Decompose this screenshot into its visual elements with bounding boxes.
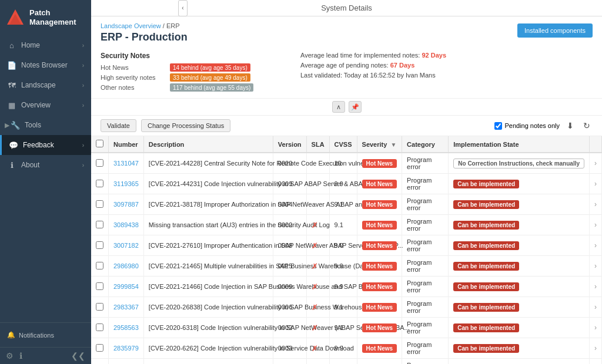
note-number[interactable]: 2999854 bbox=[109, 277, 144, 297]
impl-state-badge: No Correction Instructions, check manual… bbox=[453, 159, 584, 168]
controls-row: ∧ 📌 bbox=[91, 99, 602, 116]
severity-badge: Hot News bbox=[362, 323, 397, 332]
note-cvss: 9.8 bbox=[329, 359, 357, 365]
header-left: Landscape Overview / ERP ERP - Productio… bbox=[101, 22, 188, 43]
table-row: 3089438Missing transaction start (AU3) e… bbox=[91, 215, 602, 235]
col-cvss[interactable]: CVSS bbox=[329, 136, 357, 153]
sidebar-item-home[interactable]: ⌂ Home › bbox=[0, 35, 91, 55]
sidebar-item-notes-browser[interactable]: 📄 Notes Browser › bbox=[0, 55, 91, 75]
row-expand-arrow[interactable]: › bbox=[594, 200, 597, 208]
note-number[interactable]: 3119365 bbox=[109, 174, 144, 194]
row-expand-arrow[interactable]: › bbox=[594, 282, 597, 291]
pending-notes-only-checkbox-label[interactable]: Pending notes only bbox=[494, 122, 560, 130]
row-checkbox[interactable] bbox=[96, 262, 103, 269]
sidebar-item-feedback[interactable]: 💬 Feedback › bbox=[0, 135, 91, 155]
note-number[interactable]: 2983367 bbox=[109, 297, 144, 318]
table-row: 3119365[CVE-2021-44231] Code Injection v… bbox=[91, 174, 602, 194]
refresh-button[interactable]: ↻ bbox=[581, 120, 593, 132]
row-checkbox[interactable] bbox=[96, 282, 103, 290]
notes-icon: 📄 bbox=[7, 60, 16, 70]
pending-notes-only-checkbox[interactable] bbox=[494, 122, 502, 130]
info-icon[interactable]: ℹ bbox=[19, 351, 22, 360]
chevron-right-icon: › bbox=[82, 62, 84, 69]
row-checkbox[interactable] bbox=[96, 344, 103, 352]
row-expand-arrow[interactable]: › bbox=[594, 241, 597, 250]
note-description: Security updates for the browser control… bbox=[143, 359, 273, 365]
col-sla[interactable]: SLA bbox=[306, 136, 329, 153]
note-category: Program error bbox=[402, 174, 449, 194]
col-description[interactable]: Description bbox=[143, 136, 273, 153]
col-number[interactable]: Number bbox=[109, 136, 144, 153]
note-number[interactable]: 3089438 bbox=[109, 215, 144, 235]
installed-components-button[interactable]: Installed components bbox=[517, 23, 593, 38]
col-category[interactable]: Category bbox=[402, 136, 449, 153]
settings-icon[interactable]: ⚙ bbox=[6, 351, 14, 360]
row-checkbox[interactable] bbox=[96, 221, 103, 228]
table-body: 3131047[CVE-2021-44228] Central Security… bbox=[91, 153, 602, 364]
note-number[interactable]: 3097887 bbox=[109, 194, 144, 215]
col-check bbox=[91, 136, 109, 153]
impl-state-badge: Can be implemented bbox=[453, 200, 519, 209]
col-impl-state[interactable]: Implementation State bbox=[449, 136, 590, 153]
note-number[interactable]: 2622660 bbox=[109, 359, 144, 365]
breadcrumb: Landscape Overview / ERP bbox=[101, 22, 188, 29]
sidebar-collapse-button[interactable]: ‹ bbox=[178, 0, 188, 16]
x-mark: ✗ bbox=[312, 303, 318, 312]
sidebar-item-about[interactable]: ℹ About › bbox=[0, 155, 91, 175]
row-checkbox[interactable] bbox=[96, 241, 103, 249]
stat-avg-age: Average age of pending notes: 67 Days bbox=[300, 62, 593, 69]
severity-badge: Hot News bbox=[362, 241, 397, 250]
download-button[interactable]: ⬇ bbox=[564, 120, 576, 132]
pin-button[interactable]: 📌 bbox=[349, 101, 362, 113]
sidebar-item-label: Tools bbox=[25, 121, 84, 129]
row-checkbox[interactable] bbox=[96, 323, 103, 331]
note-description: [CVE-2021-21465] Multiple vulnerabilitie… bbox=[143, 256, 273, 277]
col-severity[interactable]: Severity ▼ bbox=[357, 136, 402, 153]
note-severity: Hot News bbox=[357, 277, 402, 297]
note-number[interactable]: 2835979 bbox=[109, 338, 144, 359]
top-bar: ‹ System Details bbox=[91, 0, 602, 16]
about-icon: ℹ bbox=[7, 160, 16, 170]
notifications-button[interactable]: 🔔 Notifications bbox=[7, 328, 84, 342]
note-description: Missing transaction start (AU3) entries … bbox=[143, 215, 273, 235]
note-number[interactable]: 3007182 bbox=[109, 235, 144, 256]
severity-badge: Hot News bbox=[362, 262, 397, 271]
row-checkbox[interactable] bbox=[96, 159, 103, 167]
breadcrumb-link[interactable]: Landscape Overview bbox=[101, 22, 161, 29]
note-description: [CVE-2020-6318] Code Injection vulnerabi… bbox=[143, 318, 273, 338]
hotnews-row: Hot News 14 behind (avg age 35 days) bbox=[101, 63, 277, 72]
erp-production-title: ERP - Production bbox=[101, 31, 188, 43]
row-expand-arrow[interactable]: › bbox=[594, 323, 597, 332]
collapse-icon[interactable]: ❮❮ bbox=[71, 351, 85, 360]
severity-badge: Hot News bbox=[362, 200, 397, 209]
col-version[interactable]: Version bbox=[273, 136, 306, 153]
x-mark: ✗ bbox=[312, 282, 318, 291]
row-expand-arrow[interactable]: › bbox=[594, 159, 597, 167]
change-processing-status-button[interactable]: Change Processing Status bbox=[141, 119, 230, 132]
row-expand-arrow[interactable]: › bbox=[594, 303, 597, 311]
note-description: [CVE-2021-21466] Code Injection in SAP B… bbox=[143, 277, 273, 297]
x-mark: ✗ bbox=[312, 344, 318, 353]
validate-button[interactable]: Validate bbox=[101, 119, 136, 132]
note-number[interactable]: 3131047 bbox=[109, 153, 144, 174]
sidebar-item-landscape[interactable]: 🗺 Landscape › bbox=[0, 75, 91, 95]
row-expand-arrow[interactable]: › bbox=[594, 344, 597, 352]
sidebar-item-tools[interactable]: ▶ 🔧 Tools bbox=[0, 115, 91, 135]
select-all-checkbox[interactable] bbox=[96, 140, 103, 147]
row-expand-arrow[interactable]: › bbox=[594, 180, 597, 188]
sidebar-item-label: Home bbox=[21, 41, 82, 49]
sidebar-item-overview[interactable]: ▦ Overview › bbox=[0, 95, 91, 115]
logo-icon bbox=[6, 8, 25, 27]
row-expand-arrow[interactable]: › bbox=[594, 221, 597, 229]
severity-filter-icon[interactable]: ▼ bbox=[390, 141, 396, 148]
row-checkbox[interactable] bbox=[96, 200, 103, 208]
note-number[interactable]: 2986980 bbox=[109, 256, 144, 277]
main-content: ‹ System Details Landscape Overview / ER… bbox=[91, 0, 602, 364]
note-number[interactable]: 2958563 bbox=[109, 318, 144, 338]
note-severity: Hot News bbox=[357, 235, 402, 256]
row-expand-arrow[interactable]: › bbox=[594, 262, 597, 270]
security-stats: Average lead time for implemented notes:… bbox=[300, 52, 593, 93]
row-checkbox[interactable] bbox=[96, 180, 103, 187]
chevron-up-button[interactable]: ∧ bbox=[332, 101, 345, 113]
row-checkbox[interactable] bbox=[96, 303, 103, 311]
